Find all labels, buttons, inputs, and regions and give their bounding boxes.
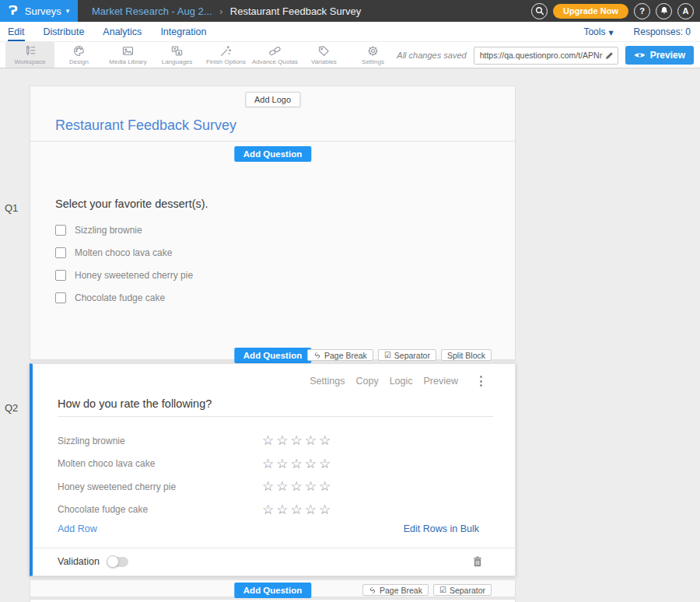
star-icon: ☆ (305, 503, 317, 516)
survey-header-card: Add Logo Restaurant Feedback Survey Add … (30, 86, 516, 360)
advance-quotas-icon (268, 44, 282, 58)
help-button[interactable]: ? (634, 3, 650, 19)
star-icon: ☆ (319, 457, 331, 471)
edit-rows-in-bulk-link[interactable]: Edit Rows in Bulk (404, 523, 479, 534)
q2-row-label[interactable]: Molten choco lava cake (58, 458, 262, 469)
toolbar-tab-design[interactable]: Design (54, 42, 103, 68)
questionpro-logo-icon: Ɂ (9, 5, 18, 17)
toolbar-tab-languages[interactable]: Languages (152, 42, 201, 68)
toolbar-tab-workspace[interactable]: Workspace (5, 42, 54, 68)
star-icon: ☆ (319, 480, 331, 493)
product-name: Surveys (25, 5, 61, 17)
toolbar-tab-settings[interactable]: Settings (348, 42, 397, 68)
checkbox-icon[interactable] (55, 225, 66, 236)
q1-option-molten-choco-lava-cake[interactable]: Molten choco lava cake (55, 241, 193, 264)
separator-button[interactable]: ☑ Separator (433, 584, 492, 596)
nav-tab-integration[interactable]: Integration (160, 23, 206, 41)
question-number-q2: Q2 (5, 402, 18, 414)
breadcrumb-folder[interactable]: Market Research - Aug 2... (92, 5, 212, 17)
q1-option-chocolate-fudge-cake[interactable]: Chocolate fudge cake (55, 286, 193, 309)
q1-option-label[interactable]: Honey sweetened cherry pie (75, 270, 193, 281)
separator-button[interactable]: ☑ Separator (378, 349, 436, 361)
survey-title[interactable]: Restaurant Feedback Survey (55, 117, 236, 134)
toolbar-tab-advance-quotas[interactable]: Advance Quotas (250, 42, 299, 68)
q2-question-text[interactable]: How do you rate the following? (58, 397, 212, 410)
star-icon: ☆ (291, 480, 303, 493)
q2-menu-settings[interactable]: Settings (310, 376, 345, 387)
responses-count[interactable]: Responses: 0 (634, 26, 691, 37)
preview-button[interactable]: Preview (625, 46, 694, 65)
q2-menu-copy[interactable]: Copy (355, 376, 378, 387)
surveys-menu[interactable]: Ɂ Surveys ▾ (0, 0, 78, 22)
validation-row: Validation (58, 556, 128, 567)
toolbar-tab-variables[interactable]: Variables (299, 42, 348, 68)
survey-url-input[interactable] (474, 51, 605, 60)
variables-icon (317, 44, 331, 58)
kebab-menu-icon[interactable] (478, 374, 484, 388)
toolbar-right: All changes saved Preview (397, 42, 694, 68)
q1-option-label[interactable]: Molten choco lava cake (75, 247, 172, 258)
nav-tab-analytics[interactable]: Analytics (103, 23, 142, 41)
star-icon: ☆ (305, 434, 317, 447)
finish-options-icon (219, 44, 233, 58)
q2-row-label[interactable]: Honey sweetened cherry pie (58, 481, 262, 492)
q2-row-label[interactable]: Sizzling brownie (58, 436, 262, 446)
search-button[interactable] (531, 3, 548, 19)
star-icon: ☆ (291, 457, 303, 471)
bell-icon (660, 6, 669, 16)
add-question-button[interactable]: Add Question (234, 146, 311, 162)
add-row-link[interactable]: Add Row (58, 523, 97, 534)
q2-row-label[interactable]: Chocolate fudge cake (58, 504, 262, 515)
checkbox-icon[interactable] (55, 270, 66, 281)
validation-toggle[interactable] (107, 557, 128, 567)
delete-question-button[interactable] (471, 555, 484, 571)
add-question-button[interactable]: Add Question (234, 348, 311, 363)
nav-tabs: EditDistributeAnalyticsIntegration (0, 22, 206, 41)
q1-option-sizzling-brownie[interactable]: Sizzling brownie (55, 219, 193, 241)
validation-label: Validation (58, 556, 100, 567)
checkbox-icon[interactable] (55, 292, 66, 303)
star-icon: ☆ (262, 503, 274, 516)
nav-tab-distribute[interactable]: Distribute (44, 23, 85, 41)
star-rating: ☆☆☆☆☆ (262, 434, 331, 447)
main-nav: EditDistributeAnalyticsIntegration Tools… (0, 22, 700, 42)
q1-question-text[interactable]: Select your favorite dessert(s). (55, 198, 208, 210)
design-icon (72, 44, 86, 58)
upgrade-now-button[interactable]: Upgrade Now (553, 4, 628, 19)
q1-options: Sizzling brownieMolten choco lava cakeHo… (55, 219, 193, 309)
insert-elements-row: Page Break ☑ Separator (362, 584, 492, 596)
q1-option-label[interactable]: Chocolate fudge cake (75, 292, 165, 303)
star-icon: ☆ (276, 480, 288, 493)
split-block-button[interactable]: Split Block (441, 349, 492, 361)
account-avatar[interactable]: A (677, 3, 694, 19)
page-break-button[interactable]: Page Break (307, 349, 373, 361)
add-logo-button[interactable]: Add Logo (245, 92, 300, 107)
q1-option-honey-sweetened-cherry-pie[interactable]: Honey sweetened cherry pie (55, 264, 193, 286)
breadcrumb-survey-name[interactable]: Restaurant Feedback Survey (230, 5, 361, 17)
q2-row-sizzling-brownie: Sizzling brownie☆☆☆☆☆ (58, 429, 493, 453)
add-question-button[interactable]: Add Question (234, 583, 311, 598)
star-icon: ☆ (305, 457, 317, 471)
edit-url-button[interactable] (605, 51, 618, 60)
nav-tab-edit[interactable]: Edit (8, 23, 25, 41)
page-break-icon (369, 586, 376, 594)
q2-menu-logic[interactable]: Logic (390, 376, 413, 387)
separator-icon: ☑ (384, 351, 391, 359)
page-break-button[interactable]: Page Break (362, 584, 429, 596)
page-break-icon (313, 352, 321, 359)
q1-option-label[interactable]: Sizzling brownie (75, 225, 142, 236)
eye-icon (634, 51, 646, 59)
survey-canvas: Q1 Q2 Add Logo Restaurant Feedback Surve… (0, 68, 700, 602)
toolbar-tab-media-library[interactable]: Media Library (103, 42, 152, 68)
toolbar-tab-label: Design (69, 58, 89, 65)
notifications-button[interactable] (656, 3, 672, 19)
toolbar-tab-label: Workspace (15, 58, 46, 65)
q2-menu-preview[interactable]: Preview (424, 376, 458, 387)
checkbox-icon[interactable] (55, 247, 66, 258)
workspace-icon (23, 44, 37, 58)
divider (58, 416, 493, 417)
toolbar-tab-label: Settings (362, 58, 384, 65)
tools-menu[interactable]: Tools▼ (583, 26, 613, 37)
q2-rating-rows: Sizzling brownie☆☆☆☆☆Molten choco lava c… (58, 429, 493, 521)
toolbar-tab-finish-options[interactable]: Finish Options (201, 42, 250, 68)
